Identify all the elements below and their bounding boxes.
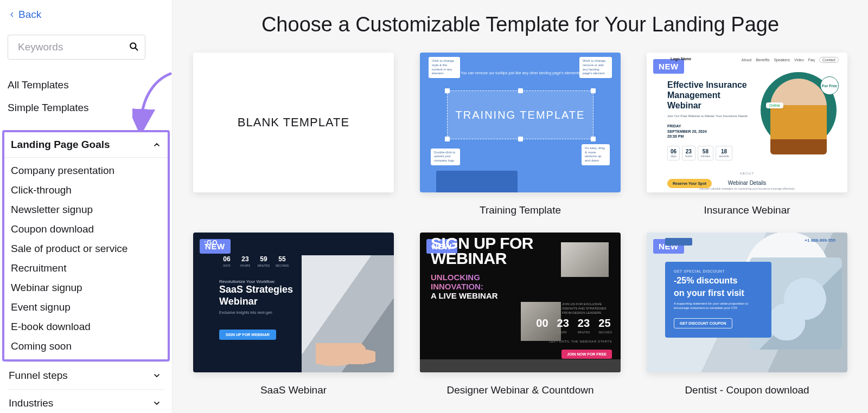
card-blank: BLANK TEMPLATE <box>193 53 394 216</box>
thumb-blank-label: BLANK TEMPLATE <box>238 115 349 130</box>
thumb-blank[interactable]: BLANK TEMPLATE <box>193 53 394 192</box>
editor-hint: You can remove our tooltips just like an… <box>420 71 621 75</box>
section-title: Industries <box>9 397 53 409</box>
goal-recruitment[interactable]: Recruitment <box>11 259 168 278</box>
goal-coupon-download[interactable]: Coupon download <box>11 220 168 239</box>
thumb-online-tag: Online <box>766 102 783 108</box>
sidebar: Back All Templates Simple Templates Land… <box>0 0 173 413</box>
chevron-left-icon <box>9 9 15 20</box>
thumb-brand: :GO <box>204 239 218 247</box>
back-label: Back <box>18 9 41 21</box>
section-landing-goals: Landing Page Goals Company presentation … <box>2 130 170 362</box>
card-dentist: NEW +1 888-999-555 GET SPECIAL DISCOUNT … <box>647 233 847 396</box>
thumb-nav: About Benefits Speakers Video Faq Contac… <box>674 57 839 63</box>
thumb-hand <box>316 343 375 370</box>
search-icon <box>129 41 139 52</box>
goal-event-signup[interactable]: Event signup <box>11 298 168 317</box>
goal-sale-product[interactable]: Sale of product or service <box>11 239 168 259</box>
thumb-cta: SIGN UP FOR WEBINAR <box>219 330 276 340</box>
thumb-training-label: TRAINING TEMPLATE <box>456 109 585 121</box>
nav-all-templates[interactable]: All Templates <box>8 74 164 96</box>
card-title: Dentist - Coupon download <box>685 384 809 396</box>
chevron-up-icon <box>152 140 161 149</box>
thumb-details: Webinar Details Discover valuable strate… <box>647 180 847 190</box>
thumb-phone: +1 888-999-555 <box>805 238 835 243</box>
sidebar-nav: All Templates Simple Templates <box>8 74 164 119</box>
thumb-logo <box>665 238 692 246</box>
card-title: SaaS Webinar <box>260 384 327 396</box>
thumb-strip <box>420 359 621 372</box>
card-training: Click to change style & the content in a… <box>420 53 621 216</box>
editor-hint: Work to change, remove or add any landin… <box>579 57 612 78</box>
thumb-cta: GET DISCOUNT COUPON <box>674 318 732 328</box>
thumb-countdown: 06DAYS 23HOURS 59MINUTES 55SECONDS <box>219 255 290 267</box>
page-title: Choose a Customizable Template for Your … <box>191 13 850 36</box>
thumb-saas[interactable]: NEW :GO 06DAYS 23HOURS 59MINUTES 55SECON… <box>193 233 394 372</box>
editor-hint: Double-click to upload your company logo <box>431 149 460 165</box>
chevron-down-icon <box>152 371 161 380</box>
thumb-dentist[interactable]: NEW +1 888-999-555 GET SPECIAL DISCOUNT … <box>647 233 847 372</box>
thumb-subhead: UNLOCKING INNOVATION: A LIVE WEBINAR <box>431 273 610 300</box>
main: Choose a Customizable Template for Your … <box>173 0 868 413</box>
editor-hint: It's easy, drag & move sections up and d… <box>582 144 610 165</box>
search-wrap <box>8 35 164 60</box>
section-header-landing-goals[interactable]: Landing Page Goals <box>4 132 168 158</box>
search-input[interactable] <box>8 35 145 60</box>
thumb-headline: SIGN UP FOR WEBINAR <box>431 236 561 266</box>
landing-goals-list: Company presentation Click-through Newsl… <box>4 158 168 359</box>
thumb-insurance[interactable]: NEW Logo Name About Benefits Speakers Vi… <box>647 53 847 192</box>
card-title: Designer Webinar & Countdown <box>446 384 593 396</box>
chevron-down-icon <box>152 399 161 408</box>
card-title: Insurance Webinar <box>704 204 790 216</box>
thumb-training-center: TRAINING TEMPLATE <box>447 91 593 139</box>
goal-company-presentation[interactable]: Company presentation <box>11 161 168 180</box>
thumb-designer[interactable]: NEW SIGN UP FOR WEBINAR UNLOCKING INNOVA… <box>420 233 621 372</box>
goal-ebook-download[interactable]: E-book download <box>11 317 168 337</box>
goal-coming-soon[interactable]: Coming soon <box>11 337 168 356</box>
card-insurance: NEW Logo Name About Benefits Speakers Vi… <box>647 53 847 216</box>
back-button[interactable]: Back <box>8 8 42 23</box>
thumb-person <box>770 79 827 154</box>
thumb-countdown: 06days 23hours 58minutes 18seconds <box>667 146 754 160</box>
goal-webinar-signup[interactable]: Webinar signup <box>11 278 168 298</box>
thumb-countdown: 00DAYS 23HOURS 23MINUTES 25SECONDS <box>536 317 612 334</box>
thumb-training[interactable]: Click to change style & the content in a… <box>420 53 621 192</box>
nav-simple-templates[interactable]: Simple Templates <box>8 96 164 119</box>
thumb-cta: JOIN NOW FOR FREE <box>561 350 612 359</box>
section-industries[interactable]: Industries <box>8 389 164 413</box>
section-title: Landing Page Goals <box>11 139 110 151</box>
goal-click-through[interactable]: Click-through <box>11 180 168 200</box>
thumb-free-badge: For Free <box>820 76 839 95</box>
section-title: Funnel steps <box>9 370 68 382</box>
editor-toolbar <box>436 171 518 192</box>
card-saas: NEW :GO 06DAYS 23HOURS 59MINUTES 55SECON… <box>193 233 394 396</box>
section-funnel-steps[interactable]: Funnel steps <box>8 362 164 389</box>
thumb-offer-card: GET SPECIAL DISCOUNT -25% discounts on y… <box>665 262 771 338</box>
goal-newsletter-signup[interactable]: Newsletter signup <box>11 200 168 220</box>
card-designer: NEW SIGN UP FOR WEBINAR UNLOCKING INNOVA… <box>420 233 621 396</box>
editor-hint: Click to change style & the content in a… <box>429 57 460 78</box>
template-grid: BLANK TEMPLATE Click to change style & t… <box>191 53 850 396</box>
thumb-photo <box>561 242 609 277</box>
card-title: Training Template <box>480 204 561 216</box>
thumb-copy: Revolutionize Your Workflow: SaaS Strate… <box>219 279 317 340</box>
